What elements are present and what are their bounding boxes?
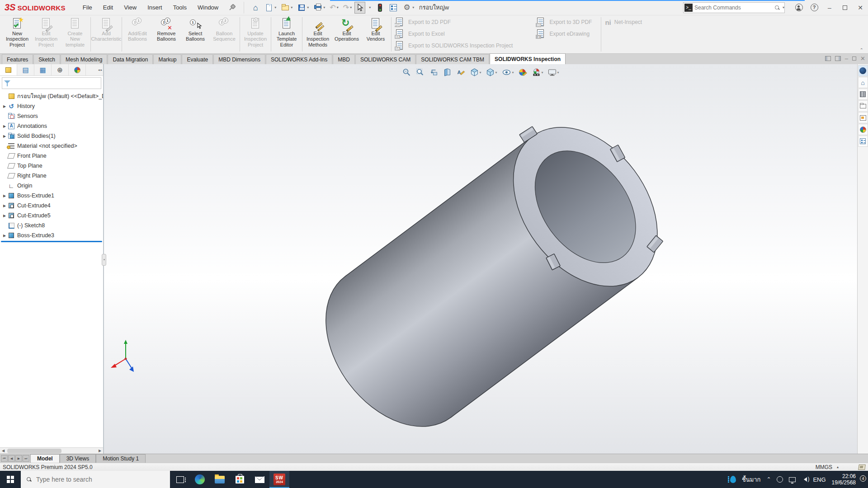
dimxpert-tab[interactable]: ⊕ xyxy=(52,64,69,75)
login-button[interactable] xyxy=(791,0,807,15)
tree-item-annotations[interactable]: ▶ A Annotations xyxy=(0,121,103,131)
mail-taskbar-button[interactable] xyxy=(250,471,269,488)
menu-file[interactable]: File xyxy=(77,1,98,14)
tree-item-front-plane[interactable]: Front Plane xyxy=(0,151,103,161)
doc-restore-button[interactable] xyxy=(852,56,856,61)
zoom-fit-button[interactable] xyxy=(401,67,412,78)
ribbon-edit-vendors[interactable]: Edit Vendors xyxy=(361,15,390,53)
model-tab[interactable]: Model xyxy=(30,454,60,463)
expand-arrow-icon[interactable]: ▶ xyxy=(2,204,7,208)
menu-window[interactable]: Window xyxy=(192,1,224,14)
tree-item-cut-extrude5[interactable]: ▶ Cut-Extrude5 xyxy=(0,211,103,221)
tree-item-solid-bodies[interactable]: ▶ Solid Bodies(1) xyxy=(0,131,103,141)
tab-solidworks-cam-tbm[interactable]: SOLIDWORKS CAM TBM xyxy=(416,54,489,64)
weather-humidity-icon[interactable] xyxy=(730,476,736,483)
tree-item-boss-extrude1[interactable]: ▶ Boss-Extrude1 xyxy=(0,191,103,201)
search-commands-input[interactable] xyxy=(694,5,774,11)
ribbon-add-characteristic[interactable]: Add Characteristic xyxy=(92,15,121,53)
clock[interactable]: 22:06 19/6/2568 xyxy=(832,473,856,486)
tab-markup[interactable]: Markup xyxy=(153,54,181,64)
apply-scene-button[interactable]: ▾ xyxy=(531,67,545,78)
design-library-tab[interactable] xyxy=(858,89,868,100)
next-tab-button[interactable]: ▶ xyxy=(15,455,22,462)
ribbon-collapse-chevron[interactable]: ⌃ xyxy=(860,47,863,52)
tab-solidworks-inspection[interactable]: SOLIDWORKS Inspection xyxy=(490,53,566,64)
scroll-left-arrow[interactable]: ◀ xyxy=(0,449,6,453)
expand-arrow-icon[interactable]: ▶ xyxy=(2,134,7,138)
propertymanager-tab[interactable]: ▤ xyxy=(17,64,34,75)
menu-tools[interactable]: Tools xyxy=(168,1,192,14)
displaymanager-tab[interactable] xyxy=(69,64,86,75)
tree-item-history[interactable]: ▶ ↺ History xyxy=(0,101,103,111)
expand-arrow-icon[interactable]: ▶ xyxy=(2,104,7,108)
rollback-bar[interactable] xyxy=(1,241,102,242)
tab-mbd-dimensions[interactable]: MBD Dimensions xyxy=(213,54,265,64)
solidworks-resources-tab[interactable] xyxy=(858,65,868,76)
search-dropdown-caret[interactable]: ▾ xyxy=(783,5,784,9)
tab-solidworks-addins[interactable]: SOLIDWORKS Add-Ins xyxy=(266,54,332,64)
taskbar-search-input[interactable] xyxy=(36,476,145,483)
custom-properties-tag-icon[interactable] xyxy=(858,465,866,470)
scroll-right-arrow[interactable]: ▶ xyxy=(97,449,103,453)
ribbon-export-3d-pdf[interactable]: 3D Export to 3D PDF xyxy=(536,16,592,28)
select-tool-button[interactable] xyxy=(354,2,365,14)
doc-close-button[interactable]: ✕ xyxy=(860,55,865,62)
tree-item-material[interactable]: Material <not specified> xyxy=(0,141,103,151)
ribbon-balloon-sequence[interactable]: 12 Balloon Sequence xyxy=(210,15,239,53)
expand-arrow-icon[interactable]: ▶ xyxy=(2,194,7,198)
weather-text[interactable]: ชื้นมาก xyxy=(742,475,760,484)
ribbon-select-balloons[interactable]: 1 Select Balloons xyxy=(181,15,210,53)
panel-tab-scroll[interactable]: ◂ ▸ xyxy=(97,64,103,75)
ribbon-export-edrawing[interactable]: e Export eDrawing xyxy=(536,28,592,40)
tab-features[interactable]: Features xyxy=(2,54,33,64)
tree-item-sensors[interactable]: Sensors xyxy=(0,111,103,121)
tree-filter-box[interactable] xyxy=(2,77,101,89)
featuremanager-tab[interactable] xyxy=(0,64,17,75)
file-explorer-tab[interactable] xyxy=(858,100,868,112)
file-explorer-taskbar-button[interactable] xyxy=(210,471,230,488)
tree-item-sketch8[interactable]: (-) Sketch8 xyxy=(0,221,103,230)
tree-root-part[interactable]: กรอบใหญ่w (Default) <<Default>_Displ xyxy=(0,91,103,101)
pin-menu-icon[interactable] xyxy=(228,4,236,11)
tree-item-origin[interactable]: ∟ Origin xyxy=(0,181,103,191)
solidworks-taskbar-button[interactable]: SW 2024 xyxy=(269,471,289,488)
ribbon-export-excel[interactable]: EX Export to Excel xyxy=(395,28,513,40)
command-search[interactable]: >_ ▾ xyxy=(683,2,785,13)
panel-horizontal-scrollbar[interactable]: ◀ ▶ xyxy=(0,447,103,454)
annotation-visibility-button[interactable]: A xyxy=(455,67,467,78)
save-button[interactable]: ▾ xyxy=(295,2,311,14)
options-button[interactable]: ⚙▾ xyxy=(401,2,416,14)
help-button[interactable]: ? xyxy=(807,0,822,15)
edit-appearance-button[interactable] xyxy=(517,67,529,78)
ribbon-create-new-template[interactable]: Create New template xyxy=(61,15,90,53)
tree-item-boss-extrude3[interactable]: ▶ Boss-Extrude3 xyxy=(0,230,103,240)
custom-properties-tab[interactable] xyxy=(858,136,868,147)
tab-solidworks-cam[interactable]: SOLIDWORKS CAM xyxy=(355,54,415,64)
select-tool-dropdown[interactable]: ▾ xyxy=(366,2,373,14)
tab-mesh-modeling[interactable]: Mesh Modeling xyxy=(61,54,107,64)
redo-button[interactable]: ↷▾ xyxy=(341,2,354,14)
new-document-button[interactable]: ▾ xyxy=(263,2,278,14)
minimize-button[interactable]: – xyxy=(822,0,837,15)
tree-item-top-plane[interactable]: Top Plane xyxy=(0,161,103,171)
home-tab[interactable]: ⌂ xyxy=(858,77,868,88)
ribbon-edit-inspection-project[interactable]: Edit Inspection Project xyxy=(32,15,61,53)
tray-expand-chevron[interactable]: ⌃ xyxy=(766,476,771,483)
scrollbar-thumb[interactable] xyxy=(7,449,61,453)
view-settings-button[interactable]: ▾ xyxy=(547,67,561,78)
tab-mbd[interactable]: MBD xyxy=(333,54,355,64)
view-palette-tab[interactable] xyxy=(858,112,868,123)
hide-show-items-button[interactable]: ▾ xyxy=(500,67,515,78)
display-style-button[interactable]: ▾ xyxy=(484,67,498,78)
ribbon-edit-operations[interactable]: ↻ Edit Operations xyxy=(332,15,361,53)
menu-edit[interactable]: Edit xyxy=(98,1,118,14)
tab-sketch[interactable]: Sketch xyxy=(33,54,60,64)
taskbar-search[interactable] xyxy=(21,471,170,488)
units-indicator[interactable]: MMGS xyxy=(816,464,832,470)
configurationmanager-tab[interactable]: ▦ xyxy=(34,64,52,75)
ribbon-update-inspection-project[interactable]: 1 Update Inspection Project xyxy=(241,15,270,53)
store-taskbar-button[interactable] xyxy=(230,471,250,488)
menu-insert[interactable]: Insert xyxy=(142,1,168,14)
tab-evaluate[interactable]: Evaluate xyxy=(182,54,213,64)
graphics-viewport[interactable]: A ▾ ▾ ▾ ▾ ▾ xyxy=(104,64,857,454)
